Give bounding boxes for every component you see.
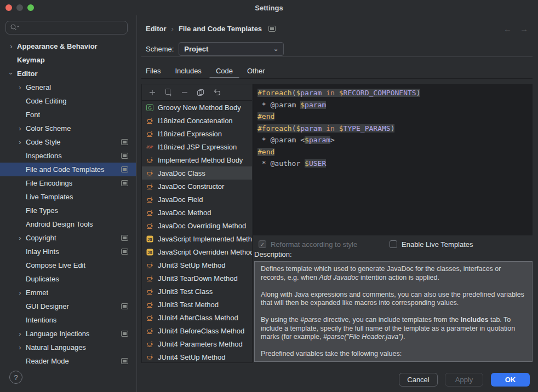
apply-button[interactable]: Apply	[445, 373, 483, 387]
template-i18nized-concatenation[interactable]: I18nized Concatenation	[142, 114, 252, 127]
chevron-right-icon[interactable]: ›	[16, 231, 24, 245]
template-name: JUnit4 BeforeClass Method	[158, 327, 244, 335]
template-implemented-method-body[interactable]: Implemented Method Body	[142, 153, 252, 166]
template-javadoc-constructor[interactable]: JavaDoc Constructor	[142, 180, 252, 193]
template-groovy-new-method-body[interactable]: GGroovy New Method Body	[142, 101, 252, 114]
sidebar-item-inspections[interactable]: Inspections	[0, 149, 136, 163]
reformat-checkbox[interactable]: ✓	[259, 240, 266, 248]
live-templates-option[interactable]: Enable Live Templates	[390, 240, 473, 249]
template-junit3-test-class[interactable]: JUnit3 Test Class	[142, 285, 252, 298]
add-icon[interactable]	[148, 89, 156, 96]
template-junit4-parameters-method[interactable]: JUnit4 Parameters Method	[142, 337, 252, 350]
java-icon	[146, 222, 154, 229]
live-templates-checkbox[interactable]	[390, 240, 397, 248]
sidebar-item-compose-live-edit[interactable]: Compose Live Edit	[0, 258, 136, 272]
template-name: JUnit3 Test Method	[158, 301, 219, 309]
sidebar-item-font[interactable]: Font	[0, 108, 136, 122]
template-javadoc-overriding-method[interactable]: JavaDoc Overriding Method	[142, 219, 252, 232]
sidebar-item-duplicates[interactable]: Duplicates	[0, 272, 136, 286]
template-junit3-teardown-method[interactable]: JUnit3 TearDown Method	[142, 272, 252, 285]
template-javascript-implemented-method[interactable]: JSJavaScript Implemented Method	[142, 232, 252, 245]
template-name: JavaDoc Class	[158, 169, 205, 177]
tab-code[interactable]: Code	[216, 64, 233, 78]
tab-includes[interactable]: Includes	[175, 64, 201, 78]
template-javadoc-method[interactable]: JavaDoc Method	[142, 206, 252, 219]
scheme-value: Project	[184, 45, 208, 53]
template-i18nized-jsp-expression[interactable]: JSPI18nized JSP Expression	[142, 140, 252, 153]
template-i18nized-expression[interactable]: I18nized Expression	[142, 127, 252, 140]
sidebar-item-file-and-code-templates[interactable]: File and Code Templates	[0, 163, 136, 176]
template-junit3-test-method[interactable]: JUnit3 Test Method	[142, 298, 252, 311]
sidebar-item-reader-mode[interactable]: Reader Mode	[0, 354, 136, 368]
sidebar-item-language-injections[interactable]: ›Language Injections	[0, 327, 136, 341]
help-button[interactable]: ?	[9, 371, 22, 384]
sidebar-item-label: File Encodings	[26, 179, 72, 187]
sidebar-item-color-scheme[interactable]: ›Color Scheme	[0, 122, 136, 135]
breadcrumb-editor[interactable]: Editor	[146, 25, 167, 33]
revert-icon[interactable]	[213, 89, 221, 96]
chevron-right-icon[interactable]: ›	[16, 286, 24, 299]
chevron-down-icon[interactable]: ›	[7, 67, 15, 80]
sidebar-item-inlay-hints[interactable]: Inlay Hints	[0, 245, 136, 258]
template-junit4-afterclass-method[interactable]: JUnit4 AfterClass Method	[142, 311, 252, 324]
chevron-right-icon[interactable]: ›	[16, 135, 24, 149]
template-junit4-beforeclass-method[interactable]: JUnit4 BeforeClass Method	[142, 324, 252, 337]
reformat-option[interactable]: ✓ Reformat according to style	[259, 240, 357, 249]
forward-arrow-icon[interactable]: →	[520, 24, 528, 33]
scheme-select[interactable]: Project ⌄	[179, 42, 284, 56]
sidebar-item-file-encodings[interactable]: File Encodings	[0, 176, 136, 190]
remove-icon[interactable]	[181, 89, 188, 96]
live-templates-label: Enable Live Templates	[402, 240, 473, 249]
copy-icon[interactable]	[197, 89, 204, 96]
template-editor[interactable]: #foreach($param in $RECORD_COMPONENTS) *…	[253, 84, 533, 235]
sidebar-item-general[interactable]: ›General	[0, 80, 136, 94]
sidebar-item-live-templates[interactable]: Live Templates	[0, 190, 136, 204]
description-box[interactable]: Defines template which used to generate …	[254, 261, 533, 362]
duplicate-icon[interactable]	[164, 88, 173, 96]
template-name: JUnit4 AfterClass Method	[158, 314, 238, 322]
template-javascript-overridden-method[interactable]: JSJavaScript Overridden Method	[142, 245, 252, 258]
template-javadoc-class[interactable]: JavaDoc Class	[142, 166, 252, 180]
back-arrow-icon[interactable]: ←	[503, 24, 512, 33]
sidebar-item-intentions[interactable]: Intentions	[0, 313, 136, 327]
sidebar-item-android-design-tools[interactable]: Android Design Tools	[0, 217, 136, 231]
scheme-row: Scheme: Project ⌄	[146, 42, 284, 56]
chevron-right-icon[interactable]: ›	[7, 39, 15, 53]
settings-window: { "window": { "title": "Settings" }, "co…	[0, 0, 538, 392]
sidebar-item-appearance-behavior[interactable]: ›Appearance & Behavior	[0, 39, 136, 53]
tab-other[interactable]: Other	[247, 64, 265, 78]
template-junit4-setup-method[interactable]: JUnit4 SetUp Method	[142, 350, 252, 363]
search-input[interactable]	[5, 21, 128, 34]
template-name: JavaDoc Constructor	[158, 182, 224, 191]
sidebar-item-editor[interactable]: ›Editor	[0, 67, 136, 80]
chevron-right-icon[interactable]: ›	[16, 122, 24, 135]
js-icon: JS	[146, 235, 154, 243]
sidebar-item-emmet[interactable]: ›Emmet	[0, 286, 136, 299]
java-icon	[146, 183, 154, 190]
sidebar-item-gui-designer[interactable]: GUI Designer	[0, 299, 136, 313]
sidebar-item-keymap[interactable]: Keymap	[0, 53, 136, 67]
ok-button[interactable]: OK	[491, 373, 530, 387]
reformat-label: Reformat according to style	[271, 240, 357, 249]
search-icon	[10, 24, 20, 32]
settings-sidebar: ›Appearance & BehaviorKeymap›Editor›Gene…	[0, 15, 137, 392]
zoom-window-button[interactable]	[27, 4, 34, 11]
sidebar-item-natural-languages[interactable]: ›Natural Languages	[0, 341, 136, 354]
svg-text:JS: JS	[147, 237, 152, 241]
sidebar-item-copyright[interactable]: ›Copyright	[0, 231, 136, 245]
minimize-window-button[interactable]	[16, 4, 23, 11]
sidebar-item-file-types[interactable]: File Types	[0, 204, 136, 217]
chevron-right-icon[interactable]: ›	[16, 341, 24, 354]
sidebar-item-code-editing[interactable]: Code Editing	[0, 94, 136, 108]
cancel-button[interactable]: Cancel	[399, 373, 438, 387]
tab-files[interactable]: Files	[146, 64, 161, 78]
template-junit3-setup-method[interactable]: JUnit3 SetUp Method	[142, 258, 252, 272]
close-window-button[interactable]	[5, 4, 12, 11]
template-list-toolbar	[142, 84, 252, 101]
chevron-right-icon[interactable]: ›	[16, 80, 24, 94]
template-javadoc-field[interactable]: JavaDoc Field	[142, 193, 252, 206]
sidebar-item-code-style[interactable]: ›Code Style	[0, 135, 136, 149]
sidebar-item-label: Language Injections	[26, 330, 89, 338]
chevron-right-icon[interactable]: ›	[16, 327, 24, 341]
sidebar-item-label: Code Style	[26, 138, 61, 146]
